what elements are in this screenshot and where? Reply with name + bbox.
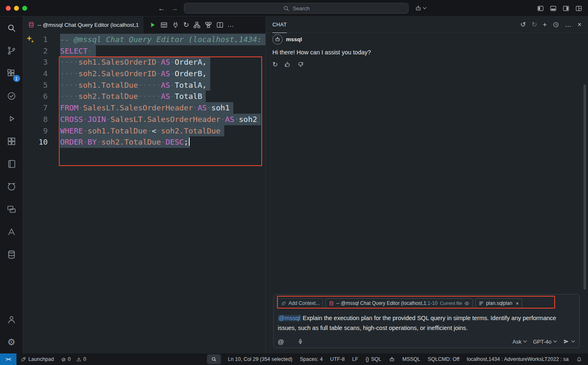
chevron-down-icon	[553, 339, 557, 342]
zoom-window-button[interactable]	[22, 6, 27, 11]
code-line-6[interactable]: 6····soh2.TotalDue·····AS·TotalB	[23, 91, 265, 102]
tab-query-editor[interactable]: -- @mssql Chat Query Editor (localhost,1	[23, 16, 144, 33]
chip-add-context[interactable]: Add Context...	[278, 298, 323, 308]
line-number[interactable]: 2	[23, 45, 48, 57]
line-content: ORDER·BY·soh2.TotalDue·DESC;	[60, 136, 190, 148]
close-icon[interactable]: ×	[578, 21, 581, 28]
sidebar-item-accounts[interactable]	[0, 308, 23, 331]
line-number[interactable]: 6	[23, 91, 48, 102]
scrollbar[interactable]	[583, 84, 586, 290]
more-actions-icon[interactable]: …	[228, 21, 235, 28]
sidebar-item-remote-explorer[interactable]	[0, 198, 23, 220]
split-editor-icon[interactable]	[216, 21, 224, 29]
forward-icon[interactable]: →	[171, 5, 178, 12]
line-number[interactable]: 3	[23, 56, 48, 68]
results-grid-icon[interactable]	[160, 21, 168, 29]
history-icon[interactable]	[553, 21, 559, 28]
sqlcmd-item[interactable]: SQLCMD: Off	[424, 353, 463, 365]
minimize-window-button[interactable]	[14, 6, 19, 11]
title-bar: ← → Search	[0, 0, 588, 16]
connection-item[interactable]: localhost,1434 : AdventureWorksLT2022 : …	[463, 353, 572, 365]
model-picker[interactable]: GPT-4o	[533, 339, 556, 345]
chip-file-context[interactable]: -- @mssql Chat Query Editor (localhost,1…	[325, 298, 473, 308]
sidebar-item-settings[interactable]: ⚙	[0, 331, 23, 353]
line-number[interactable]: 8	[23, 114, 48, 125]
change-connection-icon[interactable]: ↻	[183, 21, 189, 28]
undo-icon[interactable]: ↺	[521, 21, 526, 28]
database-file-icon	[28, 21, 35, 28]
chip-label: Add Context...	[288, 300, 320, 306]
line-number[interactable]: 4	[23, 68, 48, 80]
sidebar-item-github[interactable]	[0, 175, 23, 198]
more-actions-icon[interactable]: …	[565, 21, 572, 28]
cursor-position-item[interactable]: Ln 10, Col 29 (354 selected)	[224, 353, 296, 365]
code-line-8[interactable]: 8CROSS·JOIN·SalesLT.SalesOrderHeader·AS·…	[23, 114, 265, 125]
chip-plan-sqlplan[interactable]: plan.sqlplan×	[475, 298, 522, 308]
mention-chip[interactable]: @mssql	[278, 315, 301, 321]
code-line-5[interactable]: 5····soh1.TotalDue·····AS·TotalA,	[23, 80, 265, 91]
sidebar-item-azure[interactable]	[0, 220, 23, 243]
sidebar-item-testing[interactable]	[0, 84, 23, 107]
sidebar-item-database-projects[interactable]	[0, 243, 23, 266]
chat-input-text[interactable]: @mssqlExplain the execution plan for the…	[278, 313, 575, 333]
chat-input-container[interactable]: Add Context...-- @mssql Chat Query Edito…	[273, 294, 580, 348]
sidebar-item-search[interactable]	[0, 16, 23, 39]
copilot-menu-button[interactable]	[415, 0, 426, 16]
toggle-panel-icon[interactable]	[550, 5, 557, 12]
tab-chat[interactable]: CHAT	[272, 17, 287, 33]
thumbs-down-icon[interactable]	[297, 61, 304, 68]
code-line-1[interactable]: 1-- @mssql Chat Query Editor (localhost,…	[23, 34, 265, 45]
problems-item[interactable]: ⊘ 0 ⚠ 0	[58, 353, 90, 365]
mic-icon[interactable]	[297, 338, 304, 345]
command-center-search[interactable]: Search	[184, 3, 409, 14]
line-number[interactable]: 5	[23, 80, 48, 91]
code-line-2[interactable]: 2SELECT·	[23, 45, 265, 57]
zoom-indicator[interactable]	[207, 354, 221, 364]
toggle-secondary-sidebar-icon[interactable]	[562, 5, 569, 12]
new-chat-icon[interactable]: +	[543, 21, 546, 28]
code-line-7[interactable]: 7FROM·SalesLT.SalesOrderHeader·AS·soh1	[23, 102, 265, 114]
close-window-button[interactable]	[6, 6, 11, 11]
sidebar-item-notebooks[interactable]	[0, 152, 23, 175]
copilot-status-item[interactable]	[385, 353, 399, 365]
indentation-item[interactable]: Spaces: 4	[296, 353, 327, 365]
redo-icon[interactable]: ↻	[532, 21, 537, 28]
mention-icon[interactable]: @	[278, 339, 284, 345]
regenerate-icon[interactable]: ↻	[272, 61, 278, 68]
error-icon: ⊘	[61, 357, 66, 362]
customize-layout-icon[interactable]	[575, 5, 582, 12]
code-area[interactable]: 1-- @mssql Chat Query Editor (localhost,…	[23, 33, 265, 148]
schema-designer-icon[interactable]	[193, 21, 201, 29]
send-button[interactable]	[563, 338, 574, 345]
launchpad-item[interactable]: Launchpad	[16, 353, 58, 365]
mssql-item[interactable]: MSSQL	[399, 353, 424, 365]
code-line-4[interactable]: 4····soh2.SalesOrderID·AS·OrderB,	[23, 68, 265, 80]
mode-picker[interactable]: Ask	[513, 339, 527, 345]
disconnect-icon[interactable]	[172, 21, 179, 29]
toggle-sidebar-icon[interactable]	[537, 5, 544, 12]
sidebar-item-run-debug[interactable]	[0, 107, 23, 130]
chevron-down-icon	[523, 339, 527, 342]
encoding-item[interactable]: UTF-8	[326, 353, 348, 365]
close-icon[interactable]: ×	[516, 300, 519, 307]
line-content: ····soh2.SalesOrderID·AS·OrderB,	[60, 68, 210, 80]
code-line-3[interactable]: 3····soh1.SalesOrderID·AS·OrderA,	[23, 56, 265, 68]
sidebar-item-source-control[interactable]	[0, 39, 23, 62]
eye-icon[interactable]	[464, 301, 469, 306]
line-number[interactable]: 9	[23, 125, 48, 137]
remote-indicator[interactable]: ><	[0, 353, 16, 365]
thumbs-up-icon[interactable]	[284, 61, 291, 68]
language-item[interactable]: {} SQL	[362, 353, 385, 365]
sidebar-item-extensions[interactable]: 1	[0, 62, 23, 84]
back-icon[interactable]: ←	[158, 5, 165, 12]
sidebar-item-components[interactable]	[0, 130, 23, 152]
query-plan-icon[interactable]	[205, 21, 212, 29]
line-number[interactable]: 10	[23, 136, 48, 148]
line-number[interactable]: 7	[23, 102, 48, 114]
code-line-10[interactable]: 10ORDER·BY·soh2.TotalDue·DESC;	[23, 136, 265, 148]
code-line-9[interactable]: 9WHERE·soh1.TotalDue·<·soh2.TotalDue	[23, 125, 265, 137]
notifications-item[interactable]	[572, 353, 588, 365]
copilot-sparkle-icon[interactable]	[26, 35, 35, 44]
run-query-icon[interactable]	[149, 21, 156, 29]
eol-item[interactable]: LF	[349, 353, 362, 365]
